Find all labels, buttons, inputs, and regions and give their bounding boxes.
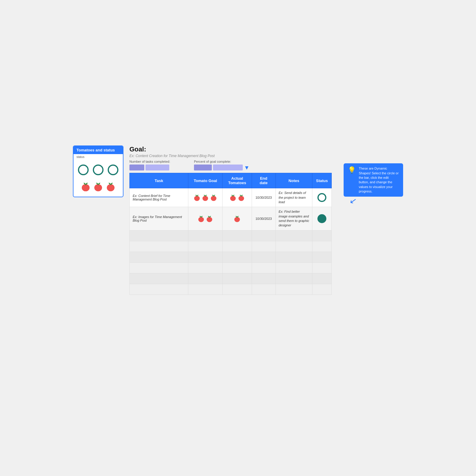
empty-goal-3[interactable] [188,230,223,241]
actual-tomato-icons-1 [226,194,249,201]
tasks-progress-bar[interactable] [129,165,169,170]
legend-tomatoes [73,178,123,197]
empty-notes-5[interactable] [275,252,312,262]
status-ring-1[interactable] [317,193,326,202]
tomato-g-1 [193,194,201,201]
empty-goal-5[interactable] [188,252,223,262]
col-header-task: Task [130,173,188,188]
empty-actual-4[interactable] [223,241,252,252]
tomato-goal-icons-1 [191,194,219,201]
legend-panel: Tomatoes and status status [73,145,123,197]
empty-actual-5[interactable] [223,252,252,262]
empty-actual-6[interactable] [223,262,252,273]
legend-rings [73,160,123,178]
task-name-2[interactable]: Ex: Images for Time Management Blog Post [130,207,188,231]
notes-2[interactable]: Ex: Find better image examples and send … [275,207,312,231]
progress-section: Number of tasks completed: Percent of go… [129,160,332,170]
empty-notes-8[interactable] [275,284,312,295]
tasks-completed-label: Number of tasks completed: [129,160,170,163]
ring-medium [93,165,104,175]
empty-notes-6[interactable] [275,262,312,273]
ring-dark [78,165,89,175]
progress-percent-group: Percent of goal complete: ▾ [194,160,243,170]
legend-subtext: status [73,154,123,160]
percent-bar-filled[interactable] [194,165,212,170]
tomato-g2-2 [206,215,213,223]
empty-status-3[interactable] [312,230,332,241]
empty-goal-7[interactable] [188,273,223,284]
status-2[interactable] [312,207,332,231]
empty-actual-8[interactable] [223,284,252,295]
actual-tomatoes-1 [223,188,252,207]
actual-tomato-2-1 [233,215,241,223]
empty-date-6[interactable] [252,262,275,273]
tomato-goal-icons-2 [191,215,219,223]
hint-box: 💡 These are Dynamic Shapes! Select the c… [344,163,403,197]
lightbulb-icon: 💡 [348,166,356,174]
empty-actual-7[interactable] [223,273,252,284]
table-row-empty-1 [130,230,332,241]
percent-bar-empty[interactable] [213,165,243,170]
tomato-g2-1 [197,215,205,223]
status-ring-2[interactable] [317,214,326,223]
empty-date-4[interactable] [252,241,275,252]
empty-task-8[interactable] [130,284,188,295]
status-1[interactable] [312,188,332,207]
hint-arrow-icon: ↙ [349,195,357,206]
empty-task-5[interactable] [130,252,188,262]
tomato-g-2 [201,194,209,201]
percent-complete-label: Percent of goal complete: [194,160,231,163]
empty-notes-4[interactable] [275,241,312,252]
empty-date-3[interactable] [252,230,275,241]
col-header-end-date: End date [252,173,275,188]
col-header-tomato-goal: Tomato Goal [188,173,223,188]
percent-progress-bar[interactable] [194,165,243,170]
empty-status-7[interactable] [312,273,332,284]
tomato-icon-1 [80,181,91,192]
actual-tomato-icons-2 [226,215,249,223]
table-header-row: Task Tomato Goal Actual Tomatoes End dat… [130,173,332,188]
hint-text: These are Dynamic Shapes! Select the cir… [359,166,399,194]
empty-status-6[interactable] [312,262,332,273]
empty-actual-3[interactable] [223,230,252,241]
empty-task-3[interactable] [130,230,188,241]
end-date-1[interactable]: 10/30/2023 [252,188,275,207]
actual-tomato-1 [229,194,237,201]
tomato-icon-2 [93,181,104,192]
task-name-1[interactable]: Ex: Content Brief for Time Management Bl… [130,188,188,207]
page-wrapper: Tomatoes and status status [0,0,476,476]
col-header-status: Status [312,173,332,188]
empty-notes-3[interactable] [275,230,312,241]
table-row: Ex: Images for Time Management Blog Post [130,207,332,231]
tasks-bar-filled[interactable] [129,165,144,170]
empty-status-8[interactable] [312,284,332,295]
empty-task-4[interactable] [130,241,188,252]
main-content: Tomatoes and status status [73,145,403,295]
task-table: Task Tomato Goal Actual Tomatoes End dat… [129,173,332,295]
end-date-2[interactable]: 10/30/2023 [252,207,275,231]
empty-status-5[interactable] [312,252,332,262]
empty-goal-6[interactable] [188,262,223,273]
empty-date-5[interactable] [252,252,275,262]
notes-1[interactable]: Ex: Send details of the project to team … [275,188,312,207]
table-row-empty-6 [130,284,332,295]
goal-label: Goal: [129,145,146,153]
ring-light [108,165,118,175]
tomato-goal-1 [188,188,223,207]
table-row-empty-3 [130,252,332,262]
empty-notes-7[interactable] [275,273,312,284]
progress-tasks-group: Number of tasks completed: [129,160,170,170]
empty-date-8[interactable] [252,284,275,295]
empty-goal-8[interactable] [188,284,223,295]
tomato-g-3 [210,194,217,201]
col-header-notes: Notes [275,173,312,188]
empty-task-7[interactable] [130,273,188,284]
empty-goal-4[interactable] [188,241,223,252]
empty-task-6[interactable] [130,262,188,273]
goal-section: Goal: Ex: Content Creation for Time Mana… [129,145,332,158]
actual-tomatoes-2 [223,207,252,231]
tasks-bar-empty[interactable] [145,165,169,170]
actual-tomato-2 [237,194,245,201]
empty-date-7[interactable] [252,273,275,284]
empty-status-4[interactable] [312,241,332,252]
